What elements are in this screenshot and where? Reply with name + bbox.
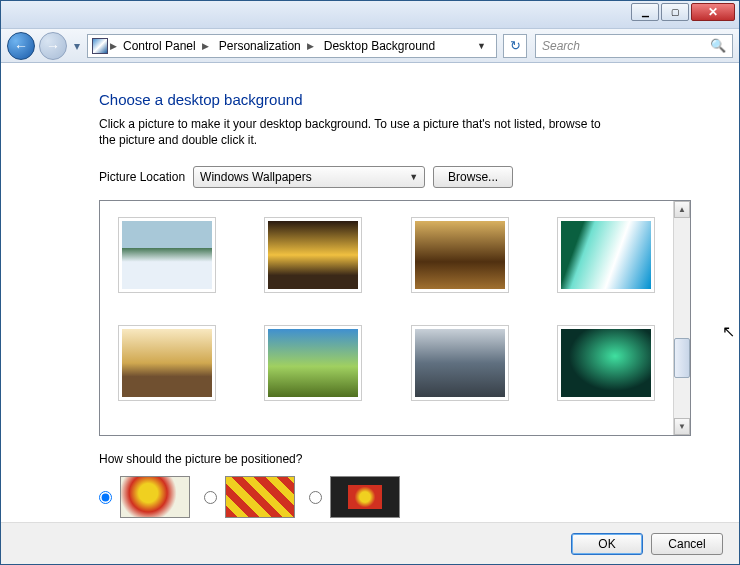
picture-location-select[interactable]: Windows Wallpapers ▼ — [193, 166, 425, 188]
address-dropdown-icon[interactable]: ▼ — [471, 41, 492, 51]
scroll-track[interactable] — [674, 218, 690, 418]
wallpaper-thumb[interactable] — [118, 325, 216, 401]
page-title: Choose a desktop background — [99, 91, 691, 108]
position-question: How should the picture be positioned? — [99, 452, 691, 466]
address-bar[interactable]: ▶ Control Panel ▶ Personalization ▶ Desk… — [87, 34, 497, 58]
position-option-stretch[interactable] — [99, 476, 190, 518]
wallpaper-thumb[interactable] — [264, 325, 362, 401]
breadcrumb-personalization[interactable]: Personalization ▶ — [215, 35, 318, 57]
chevron-right-icon[interactable]: ▶ — [202, 41, 209, 51]
scroll-up-button[interactable]: ▲ — [674, 201, 690, 218]
cancel-button[interactable]: Cancel — [651, 533, 723, 555]
wallpaper-list-pane: ▲ ▼ — [99, 200, 691, 436]
wallpaper-thumb[interactable] — [557, 325, 655, 401]
search-icon: 🔍 — [710, 38, 726, 53]
position-option-tile[interactable] — [204, 476, 295, 518]
chevron-right-icon[interactable]: ▶ — [307, 41, 314, 51]
wallpaper-thumb[interactable] — [557, 217, 655, 293]
content-pane: Choose a desktop background Click a pict… — [1, 63, 739, 522]
picture-location-value: Windows Wallpapers — [200, 170, 312, 184]
wallpaper-thumb[interactable] — [118, 217, 216, 293]
browse-button[interactable]: Browse... — [433, 166, 513, 188]
wallpaper-thumb[interactable] — [264, 217, 362, 293]
navigation-bar: ← → ▾ ▶ Control Panel ▶ Personalization … — [1, 29, 739, 63]
titlebar: ▁ ▢ ✕ — [1, 1, 739, 29]
position-radio-stretch[interactable] — [99, 491, 112, 504]
chevron-down-icon: ▼ — [409, 172, 418, 182]
scrollbar[interactable]: ▲ ▼ — [673, 201, 690, 435]
position-option-center[interactable] — [309, 476, 400, 518]
breadcrumb-label: Desktop Background — [324, 39, 435, 53]
breadcrumb-label: Control Panel — [123, 39, 196, 53]
search-placeholder: Search — [542, 39, 580, 53]
scroll-thumb[interactable] — [674, 338, 690, 378]
wallpaper-thumb[interactable] — [411, 217, 509, 293]
position-preview-center — [330, 476, 400, 518]
position-options-row — [99, 476, 691, 518]
maximize-button[interactable]: ▢ — [661, 3, 689, 21]
picture-location-row: Picture Location Windows Wallpapers ▼ Br… — [99, 166, 691, 188]
nav-history-dropdown[interactable]: ▾ — [71, 36, 83, 56]
position-preview-tile — [225, 476, 295, 518]
desktop-background-window: ▁ ▢ ✕ ← → ▾ ▶ Control Panel ▶ Personaliz… — [0, 0, 740, 565]
wallpaper-thumb[interactable] — [411, 325, 509, 401]
breadcrumb-desktop-background[interactable]: Desktop Background — [320, 35, 439, 57]
ok-button[interactable]: OK — [571, 533, 643, 555]
instructions-text: Click a picture to make it your desktop … — [99, 116, 619, 148]
chevron-right-icon[interactable]: ▶ — [110, 41, 117, 51]
search-input[interactable]: Search 🔍 — [535, 34, 733, 58]
position-radio-tile[interactable] — [204, 491, 217, 504]
refresh-button[interactable]: ↻ — [503, 34, 527, 58]
control-panel-icon — [92, 38, 108, 54]
position-radio-center[interactable] — [309, 491, 322, 504]
close-button[interactable]: ✕ — [691, 3, 735, 21]
forward-button[interactable]: → — [39, 32, 67, 60]
dialog-footer: OK Cancel — [1, 522, 739, 564]
scroll-down-button[interactable]: ▼ — [674, 418, 690, 435]
picture-location-label: Picture Location — [99, 170, 185, 184]
breadcrumb-control-panel[interactable]: Control Panel ▶ — [119, 35, 213, 57]
minimize-button[interactable]: ▁ — [631, 3, 659, 21]
position-preview-stretch — [120, 476, 190, 518]
breadcrumb-label: Personalization — [219, 39, 301, 53]
wallpaper-grid — [100, 201, 673, 435]
back-button[interactable]: ← — [7, 32, 35, 60]
